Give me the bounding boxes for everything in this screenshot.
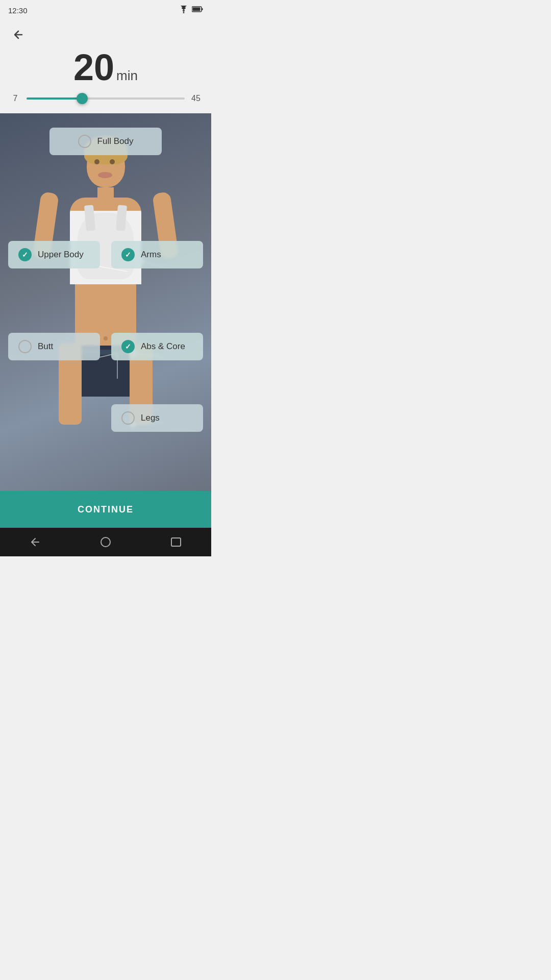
full-body-label: Full Body (97, 136, 134, 146)
top-section: 20min 7 45 (0, 20, 211, 113)
svg-rect-14 (171, 538, 181, 546)
svg-rect-2 (202, 8, 203, 10)
butt-button[interactable]: Butt (8, 333, 100, 360)
legs-button[interactable]: Legs (111, 404, 203, 432)
status-bar: 12:30 (0, 0, 211, 20)
svg-rect-3 (193, 8, 201, 11)
slider-max-label: 45 (191, 94, 201, 103)
svg-point-13 (101, 537, 110, 547)
battery-icon (192, 6, 203, 15)
slider-thumb[interactable] (77, 93, 88, 104)
butt-label: Butt (38, 341, 53, 352)
upper-body-label: Upper Body (38, 250, 84, 260)
duration-number: 20 (73, 47, 114, 88)
body-section: Full Body Upper Body Arms Butt Abs & Cor… (0, 113, 211, 491)
arms-radio (121, 248, 135, 261)
legs-label: Legs (141, 413, 160, 423)
nav-recent-button[interactable] (163, 529, 189, 555)
legs-radio (121, 411, 135, 425)
status-time: 12:30 (8, 6, 28, 15)
slider-min-label: 7 (10, 94, 20, 103)
duration-unit: min (116, 68, 138, 83)
slider-container[interactable]: 7 45 (8, 94, 203, 103)
arms-button[interactable]: Arms (111, 241, 203, 268)
back-button[interactable] (8, 24, 29, 45)
nav-home-button[interactable] (93, 529, 118, 555)
status-icons (179, 6, 203, 15)
full-body-radio (78, 135, 91, 148)
nav-back-button[interactable] (22, 529, 48, 555)
slider-fill (27, 97, 82, 100)
slider-track[interactable] (27, 97, 185, 100)
abs-core-label: Abs & Core (141, 341, 185, 352)
upper-body-button[interactable]: Upper Body (8, 241, 100, 268)
abs-core-button[interactable]: Abs & Core (111, 333, 203, 360)
arms-label: Arms (141, 250, 161, 260)
full-body-button[interactable]: Full Body (49, 128, 162, 155)
upper-body-radio (18, 248, 32, 261)
abs-core-radio (121, 340, 135, 353)
duration-display: 20min (8, 49, 203, 86)
butt-radio (18, 340, 32, 353)
wifi-icon (179, 6, 189, 15)
continue-button[interactable]: CONTINUE (0, 491, 211, 528)
svg-point-0 (183, 12, 185, 13)
bottom-nav (0, 528, 211, 556)
